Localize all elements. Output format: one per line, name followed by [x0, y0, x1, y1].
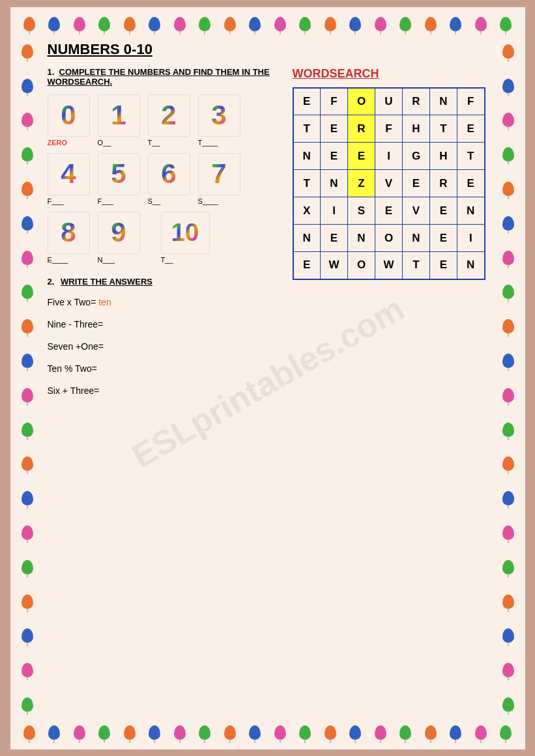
- numbers-row-1: 0 ZERO 1 O__: [48, 94, 280, 147]
- balloon-top-20: [500, 17, 512, 31]
- balloon-left-6: [22, 216, 33, 231]
- balloon-left-18: [22, 628, 33, 643]
- balloon-left-14: [22, 491, 33, 505]
- number-label-6: S__: [148, 197, 190, 205]
- cell-3-4: E: [403, 170, 430, 197]
- math-problem-1: Five x Two=: [48, 297, 99, 307]
- cell-1-6: E: [457, 115, 485, 143]
- number-item-5: 5 F___: [98, 153, 140, 205]
- balloon-top-17: [425, 17, 437, 31]
- balloon-bottom-7: [174, 725, 186, 740]
- numbers-row-3: 8 E____ 9 N___ 10: [48, 212, 280, 264]
- balloon-top-7: [174, 17, 186, 31]
- number-box-7: 7: [198, 153, 240, 195]
- cell-4-4: V: [403, 197, 430, 225]
- cell-1-0: T: [293, 115, 321, 143]
- balloon-left-1: [22, 44, 33, 59]
- balloon-right-17: [502, 595, 514, 609]
- cell-1-1: E: [321, 115, 348, 143]
- number-label-9: N___: [98, 256, 140, 264]
- number-box-1: 1: [98, 94, 140, 137]
- cell-4-2: S: [348, 197, 375, 225]
- number-item-9: 9 N___: [98, 212, 140, 264]
- number-box-5: 5: [98, 153, 140, 195]
- balloon-right-12: [502, 423, 514, 437]
- balloon-bottom-4: [98, 725, 110, 740]
- section2-header: 2. WRITE THE ANSWERS: [48, 277, 280, 287]
- balloon-bottom-3: [74, 725, 85, 740]
- cell-0-6: F: [457, 88, 485, 115]
- cell-2-5: H: [430, 143, 457, 170]
- balloon-top-12: [299, 17, 311, 31]
- number-label-1: O__: [98, 139, 140, 147]
- balloon-top-1: [23, 17, 35, 31]
- cell-4-1: I: [321, 197, 348, 225]
- balloon-right-3: [502, 113, 514, 127]
- grid-row-0: E F O U R N F: [293, 88, 485, 115]
- balloon-left-16: [22, 560, 33, 574]
- balloon-bottom-5: [124, 725, 136, 740]
- number-box-10: 10: [161, 212, 210, 254]
- cell-2-6: T: [457, 143, 485, 170]
- wordsearch-grid: E F O U R N F T E: [293, 87, 485, 280]
- section2-instruction: WRITE THE ANSWERS: [61, 277, 152, 287]
- cell-0-4: R: [403, 88, 430, 115]
- cell-6-6: N: [457, 252, 485, 279]
- border-left: [17, 35, 38, 722]
- balloon-left-20: [22, 697, 33, 712]
- cell-3-6: E: [457, 170, 485, 197]
- cell-1-3: F: [375, 115, 403, 143]
- section1-header: 1. COMPLETE THE NUMBERS AND FIND THEM IN…: [48, 67, 280, 87]
- balloon-top-10: [249, 17, 261, 31]
- content-area: NUMBERS 0-10 1. COMPLETE THE NUMBERS AND…: [38, 35, 498, 722]
- balloon-left-9: [22, 319, 33, 333]
- balloon-right-20: [502, 697, 514, 712]
- cell-4-5: E: [430, 197, 457, 225]
- grid-row-4: X I S E V E N: [293, 197, 485, 225]
- balloon-left-8: [22, 285, 33, 299]
- cell-5-4: N: [403, 225, 430, 252]
- page-title: NUMBERS 0-10: [48, 41, 488, 58]
- balloon-bottom-13: [325, 725, 336, 740]
- math-item-3: Seven +One=: [48, 341, 280, 352]
- number-label-7: S____: [198, 197, 240, 205]
- balloon-left-13: [22, 456, 33, 471]
- balloon-bottom-16: [399, 725, 411, 740]
- balloon-top-14: [349, 17, 361, 31]
- number-item-1: 1 O__: [98, 94, 140, 147]
- balloon-right-16: [502, 560, 514, 574]
- cell-2-4: G: [403, 143, 430, 170]
- balloon-bottom-11: [274, 725, 286, 740]
- balloon-right-18: [502, 628, 514, 643]
- grid-row-3: T N Z V E R E: [293, 170, 485, 197]
- number-label-3: T____: [198, 139, 240, 147]
- balloon-left-10: [22, 354, 33, 368]
- cell-6-4: T: [403, 252, 430, 279]
- balloon-right-10: [502, 354, 514, 368]
- cell-0-2: O: [348, 88, 375, 115]
- balloon-top-13: [325, 17, 336, 31]
- balloon-left-19: [22, 663, 33, 677]
- cell-4-0: X: [293, 197, 321, 225]
- balloon-bottom-12: [299, 725, 311, 740]
- math-item-5: Six + Three=: [48, 385, 280, 396]
- border-bottom: [17, 722, 519, 743]
- balloon-right-9: [502, 319, 514, 333]
- number-label-0: ZERO: [48, 139, 90, 147]
- balloon-top-19: [475, 17, 487, 31]
- cell-5-3: O: [375, 225, 403, 252]
- math-item-4: Ten % Two=: [48, 363, 280, 374]
- main-layout: 1. COMPLETE THE NUMBERS AND FIND THEM IN…: [48, 67, 488, 408]
- numbers-row-2: 4 F___ 5 F___ 6: [48, 153, 280, 205]
- balloon-left-12: [22, 423, 33, 437]
- balloon-left-2: [22, 79, 33, 93]
- balloon-top-6: [149, 17, 160, 31]
- balloon-top-4: [98, 17, 110, 31]
- cell-6-1: W: [321, 252, 348, 279]
- balloon-right-15: [502, 525, 514, 540]
- cell-3-3: V: [375, 170, 403, 197]
- balloon-left-7: [22, 251, 33, 265]
- balloon-right-6: [502, 216, 514, 231]
- balloon-top-5: [124, 17, 136, 31]
- section1-instruction: COMPLETE THE NUMBERS AND FIND THEM IN TH…: [48, 67, 270, 87]
